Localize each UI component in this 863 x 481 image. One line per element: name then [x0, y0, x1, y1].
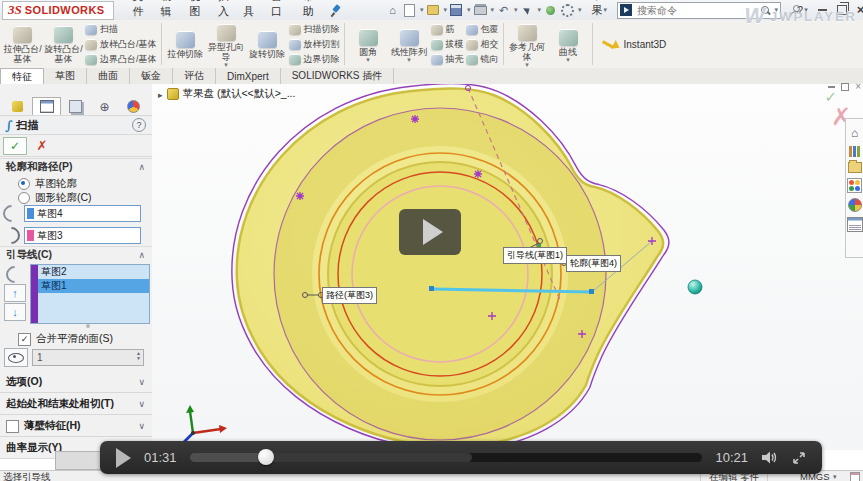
seek-bar[interactable]: [190, 453, 703, 462]
tab-dimxpert[interactable]: DimXpert: [216, 68, 281, 84]
feature-tree-tab[interactable]: [3, 97, 32, 116]
seek-handle[interactable]: [258, 449, 274, 465]
intersect-button[interactable]: 相交: [466, 37, 499, 51]
status-sheet-icon[interactable]: [850, 472, 860, 481]
custom-properties-icon[interactable]: [847, 217, 863, 232]
close-icon[interactable]: ×: [857, 5, 863, 15]
help-caret-icon[interactable]: ▾: [804, 6, 808, 14]
radio-unselected-icon[interactable]: [18, 192, 30, 204]
instant3d-button[interactable]: Instant3D: [594, 20, 675, 68]
appearances-icon[interactable]: [847, 178, 862, 193]
search-caret-icon[interactable]: ▾: [775, 6, 779, 14]
extrude-cut-button[interactable]: 拉伸切除: [166, 29, 205, 59]
section-start-end-tangency[interactable]: 起始处和结束处相切(T)∨: [0, 394, 152, 415]
shell-button[interactable]: 抽壳: [431, 52, 464, 66]
graphics-viewport[interactable]: 苹果盘 (默认<<默认>_... 路径(草图3) 引导线(草图1) 轮廓(草图4…: [152, 84, 863, 450]
video-play-overlay[interactable]: [399, 209, 461, 255]
panel-help-icon[interactable]: ?: [132, 118, 146, 132]
resources-home-icon[interactable]: [851, 123, 858, 141]
wrap-button[interactable]: 包覆: [466, 22, 499, 36]
part-node-label[interactable]: 苹果盘 (默认<<默认>_...: [183, 87, 296, 101]
undo-icon[interactable]: ↶: [496, 3, 511, 18]
section-number-spinner[interactable]: 1 ▲▼: [32, 349, 144, 366]
tab-features[interactable]: 特征: [0, 68, 44, 85]
list-resize-handle[interactable]: [86, 324, 90, 328]
reference-geometry-button[interactable]: 参考几何体▾: [508, 22, 547, 67]
ok-button[interactable]: [3, 137, 27, 155]
guide-item-sketch2[interactable]: 草图2: [38, 265, 149, 279]
mirror-button[interactable]: 镜向: [466, 52, 499, 66]
units-caret-icon[interactable]: ▾: [833, 471, 837, 481]
feature-tree-flyout[interactable]: 苹果盘 (默认<<默认>_...: [158, 87, 295, 101]
doc-close-icon[interactable]: ×: [855, 83, 861, 91]
design-library-icon[interactable]: [849, 146, 860, 157]
thin-feature-checkbox[interactable]: [6, 420, 19, 433]
tab-sketch[interactable]: 草图: [44, 68, 87, 84]
spinner-arrows-icon[interactable]: ▲▼: [136, 351, 141, 361]
search-input[interactable]: [635, 4, 756, 17]
player-play-icon[interactable]: [116, 448, 131, 468]
revolve-cut-button[interactable]: 旋转切除: [248, 29, 287, 59]
checkbox-checked-icon[interactable]: [18, 333, 31, 346]
revolve-boss-button[interactable]: 旋转凸台/基体: [44, 24, 83, 64]
sweep-cut-button[interactable]: 扫描切除: [289, 22, 340, 36]
rebuild-icon[interactable]: [543, 3, 558, 18]
radio-sketch-profile[interactable]: 草图轮廓: [18, 177, 77, 191]
expand-arrow-icon[interactable]: [158, 88, 163, 100]
doc-restore-icon[interactable]: [841, 83, 849, 91]
guide-item-sketch1[interactable]: 草图1: [38, 279, 149, 293]
section-profile-path[interactable]: 轮廓和路径(P)∧: [0, 158, 152, 175]
save-icon[interactable]: [449, 3, 464, 18]
boundary-cut-button[interactable]: 边界切除: [289, 52, 340, 66]
section-thin-feature[interactable]: 薄壁特征(H)∨: [0, 416, 152, 437]
home-icon[interactable]: ⌂: [385, 3, 400, 18]
open-doc-icon[interactable]: [425, 3, 440, 18]
radio-circular-profile[interactable]: 圆形轮廓(C): [18, 191, 92, 205]
linear-pattern-button[interactable]: 线性阵列▾: [390, 27, 429, 62]
tab-surfaces[interactable]: 曲面: [87, 68, 130, 84]
move-down-button[interactable]: [4, 303, 26, 321]
print-icon[interactable]: [473, 3, 488, 18]
file-explorer-icon[interactable]: [848, 162, 862, 173]
section-guide-curves[interactable]: 引导线(C)∧: [0, 246, 152, 263]
fillet-button[interactable]: 圆角▾: [349, 27, 388, 62]
extrude-boss-button[interactable]: 拉伸凸台/基体: [3, 24, 42, 64]
annotation-path[interactable]: 路径(草图3): [322, 287, 377, 304]
annotation-guide[interactable]: 引导线(草图1): [503, 247, 567, 264]
display-manager-tab[interactable]: [119, 97, 148, 116]
boundary-boss-button[interactable]: 边界凸台/基体: [85, 52, 157, 66]
loft-cut-button[interactable]: 放样切割: [289, 37, 340, 51]
rib-button[interactable]: 筋: [431, 22, 464, 36]
loft-boss-button[interactable]: 放样凸台/基体: [85, 37, 157, 51]
tab-evaluate[interactable]: 评估: [173, 68, 216, 84]
show-sections-button[interactable]: [4, 348, 28, 367]
command-search[interactable]: ▾: [617, 2, 781, 19]
sweep-button[interactable]: 扫描: [85, 22, 157, 36]
section-options[interactable]: 选项(O)∨: [0, 372, 152, 393]
cancel-button[interactable]: [33, 137, 51, 153]
document-caret-icon[interactable]: ▾: [604, 6, 608, 14]
scene-wheel-icon[interactable]: [848, 198, 862, 212]
new-doc-icon[interactable]: [402, 3, 417, 18]
annotation-profile[interactable]: 轮廓(草图4): [566, 255, 621, 272]
search-scope-icon[interactable]: [620, 4, 632, 16]
hole-wizard-button[interactable]: 异型孔向导▾: [207, 22, 246, 67]
dimxpert-manager-tab[interactable]: ⊕: [90, 97, 119, 116]
options-gear-icon[interactable]: [560, 3, 575, 18]
curves-button[interactable]: 曲线▾: [549, 27, 588, 62]
profile-field[interactable]: 草图4: [24, 205, 141, 222]
minimize-icon[interactable]: [818, 9, 827, 11]
property-manager-tab[interactable]: [32, 97, 61, 116]
volume-icon[interactable]: [761, 450, 779, 465]
radio-selected-icon[interactable]: [18, 178, 30, 190]
tab-solidworks-addins[interactable]: SOLIDWORKS 插件: [281, 68, 395, 84]
fullscreen-icon[interactable]: [792, 451, 806, 465]
path-field[interactable]: 草图3: [24, 227, 141, 244]
select-pointer-icon[interactable]: [520, 3, 535, 18]
search-icon[interactable]: [760, 5, 771, 16]
configuration-manager-tab[interactable]: [61, 97, 90, 116]
restore-icon[interactable]: [837, 5, 847, 15]
merge-smooth-faces-checkbox[interactable]: 合并平滑的面(S): [18, 332, 113, 346]
move-up-button[interactable]: [4, 284, 26, 302]
guide-curves-list[interactable]: 草图2 草图1: [30, 264, 150, 324]
